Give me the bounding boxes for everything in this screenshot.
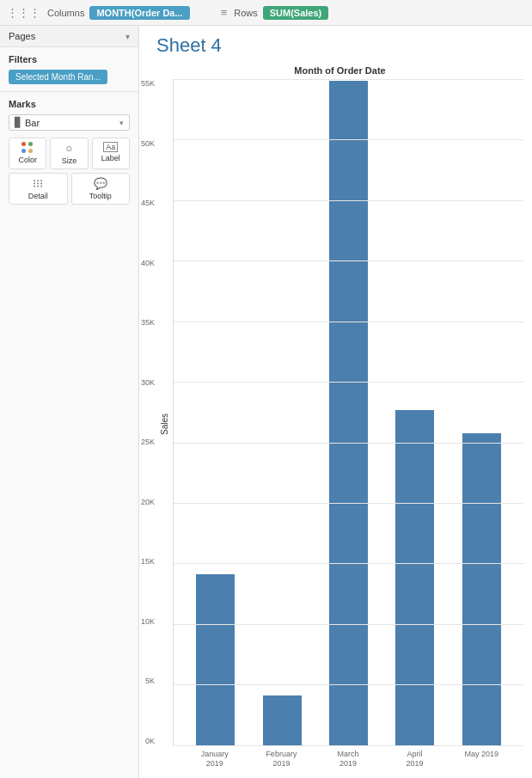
- y-tick: 15K: [141, 557, 155, 566]
- x-tick-label: April 2019: [382, 750, 449, 769]
- columns-section: ⋮⋮⋮ Columns MONTH(Order Da...: [7, 6, 190, 20]
- tooltip-icon: 💬: [94, 177, 107, 190]
- bar[interactable]: [329, 81, 368, 745]
- grid-line: [174, 684, 523, 685]
- y-tick: 0K: [145, 737, 155, 745]
- y-tick: 45K: [141, 199, 155, 207]
- columns-label: Columns: [47, 8, 84, 18]
- marks-properties-grid: Color ○ Size Aa Label: [9, 138, 130, 169]
- marks-detail-item[interactable]: ⁝⁝⁝ Detail: [9, 173, 68, 205]
- marks-size-label: Size: [62, 156, 77, 165]
- chart-container: Month of Order Date Sales 55K50K45K40K35…: [156, 65, 523, 769]
- filters-label: Filters: [9, 54, 130, 64]
- marks-color-label: Color: [18, 156, 37, 164]
- bar-group[interactable]: [182, 79, 248, 745]
- color-dots-icon: [21, 142, 34, 154]
- bar-group[interactable]: [315, 79, 382, 745]
- sidebar: Pages ▾ Filters Selected Month Ran... Ma…: [0, 26, 139, 778]
- columns-drag-icon: ⋮⋮⋮: [7, 6, 40, 19]
- bar-chart-icon: ▊: [15, 117, 21, 128]
- rows-pill[interactable]: SUM(Sales): [263, 6, 329, 20]
- y-tick: 20K: [141, 498, 155, 506]
- grid-line: [174, 745, 523, 746]
- pages-section: Pages ▾: [0, 26, 138, 47]
- marks-type-dropdown[interactable]: ▊ Bar ▾: [9, 114, 130, 131]
- grid-line: [174, 382, 523, 383]
- y-axis-label: Sales: [156, 79, 173, 769]
- rows-section: ≡ Rows SUM(Sales): [221, 6, 329, 20]
- bar-group[interactable]: [449, 79, 515, 745]
- rows-label: Rows: [234, 8, 258, 18]
- marks-section: Marks ▊ Bar ▾ Color ○: [0, 92, 138, 211]
- grid-line: [174, 322, 523, 322]
- rows-drag-icon: ≡: [221, 6, 228, 19]
- pages-chevron-icon: ▾: [125, 32, 130, 41]
- y-tick: 25K: [141, 438, 155, 446]
- bar-group[interactable]: [382, 79, 448, 745]
- label-icon: Aa: [103, 142, 118, 152]
- grid-line: [174, 624, 523, 625]
- marks-tooltip-label: Tooltip: [89, 192, 112, 200]
- marks-detail-label: Detail: [28, 192, 48, 200]
- sheet-title: Sheet 4: [156, 34, 523, 57]
- y-tick: 35K: [141, 318, 155, 327]
- marks-properties-grid-2: ⁝⁝⁝ Detail 💬 Tooltip: [9, 173, 130, 205]
- marks-label-label: Label: [101, 154, 120, 162]
- grid-line: [174, 79, 523, 80]
- bar[interactable]: [263, 695, 302, 744]
- bar[interactable]: [462, 433, 501, 745]
- x-tick-label: May 2019: [448, 750, 515, 769]
- grid-line: [174, 139, 523, 140]
- grid-line: [174, 200, 523, 201]
- detail-icon: ⁝⁝⁝: [33, 177, 43, 190]
- y-tick: 5K: [145, 677, 155, 685]
- pages-label: Pages: [9, 31, 35, 41]
- grid-line: [174, 503, 523, 504]
- x-tick-label: January 2019: [181, 750, 248, 769]
- toolbar: ⋮⋮⋮ Columns MONTH(Order Da... ≡ Rows SUM…: [0, 0, 532, 26]
- grid-line: [174, 260, 523, 261]
- marks-tooltip-item[interactable]: 💬 Tooltip: [71, 173, 131, 205]
- chart-grid: 55K50K45K40K35K30K25K20K15K10K5K0K: [173, 79, 523, 746]
- grid-line: [174, 443, 523, 444]
- y-tick: 55K: [141, 79, 155, 88]
- bar[interactable]: [196, 574, 235, 744]
- size-icon: ○: [66, 142, 73, 155]
- chart-plot: 55K50K45K40K35K30K25K20K15K10K5K0K Janua…: [173, 79, 523, 769]
- marks-color-item[interactable]: Color: [9, 138, 46, 169]
- y-tick: 50K: [141, 139, 155, 148]
- marks-type-label: Bar: [25, 118, 116, 128]
- y-tick: 40K: [141, 259, 155, 267]
- bar-group[interactable]: [248, 79, 315, 745]
- chart-title: Month of Order Date: [156, 65, 523, 76]
- x-tick-label: March 2019: [315, 750, 382, 769]
- filters-section: Filters Selected Month Ran...: [0, 47, 138, 92]
- grid-line: [174, 563, 523, 564]
- y-tick: 30K: [141, 378, 155, 387]
- x-axis-labels: January 2019February 2019March 2019April…: [173, 746, 523, 769]
- marks-label: Marks: [9, 99, 130, 109]
- marks-size-item[interactable]: ○ Size: [50, 138, 88, 169]
- marks-dropdown-chevron-icon: ▾: [119, 119, 124, 127]
- x-tick-label: February 2019: [248, 750, 315, 769]
- columns-pill[interactable]: MONTH(Order Da...: [89, 6, 189, 20]
- main-layout: Pages ▾ Filters Selected Month Ran... Ma…: [0, 26, 532, 778]
- filter-button[interactable]: Selected Month Ran...: [9, 70, 107, 84]
- y-tick: 10K: [141, 617, 155, 626]
- chart-inner: Sales 55K50K45K40K35K30K25K20K15K10K5K0K…: [156, 79, 523, 769]
- y-tick-labels: 55K50K45K40K35K30K25K20K15K10K5K0K: [141, 79, 155, 745]
- bars-row: [174, 79, 523, 745]
- chart-area: Sheet 4 Month of Order Date Sales 55K50K…: [139, 26, 532, 778]
- marks-label-item[interactable]: Aa Label: [92, 138, 130, 169]
- bar[interactable]: [395, 410, 434, 745]
